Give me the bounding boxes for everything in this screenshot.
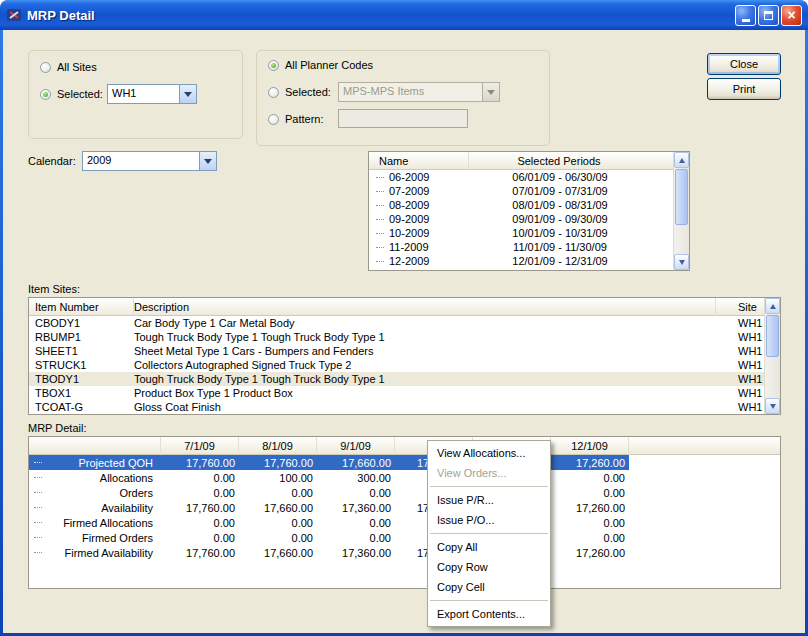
mrp-cell[interactable]: 0.00 xyxy=(239,517,317,529)
periods-scrollbar[interactable] xyxy=(673,152,689,270)
period-row[interactable]: 07-200907/01/09 - 07/31/09 xyxy=(369,184,673,198)
mrp-row-label: Orders xyxy=(47,487,161,499)
menu-item[interactable]: View Allocations... xyxy=(428,443,550,463)
calendar-combobox[interactable]: 2009 xyxy=(82,151,217,171)
period-row[interactable]: 10-200910/01/09 - 10/31/09 xyxy=(369,226,673,240)
mrp-cell[interactable]: 17,660.00 xyxy=(239,547,317,559)
item-number-cell: TBODY1 xyxy=(29,373,134,385)
item-site-row[interactable]: CBODY1Car Body Type 1 Car Metal BodyWH1 xyxy=(29,316,764,330)
menu-separator xyxy=(430,486,548,487)
menu-item[interactable]: Issue P/R... xyxy=(428,490,550,510)
site-header[interactable]: Site xyxy=(716,301,764,313)
menu-item[interactable]: Copy All xyxy=(428,537,550,557)
mrp-cell[interactable]: 17,660.00 xyxy=(239,502,317,514)
mrp-column-header[interactable]: 7/1/09 xyxy=(161,437,239,455)
mrp-cell[interactable]: 17,760.00 xyxy=(161,457,239,469)
mrp-row-label: Firmed Allocations xyxy=(47,517,161,529)
close-button[interactable]: Close xyxy=(707,53,781,75)
menu-item[interactable]: Export Contents... xyxy=(428,604,550,624)
scroll-down-button[interactable] xyxy=(674,254,689,270)
planner-combobox-value: MPS-MPS Items xyxy=(339,83,482,101)
mrp-cell[interactable]: 0.00 xyxy=(161,472,239,484)
menu-item[interactable]: Issue P/O... xyxy=(428,510,550,530)
combo-dropdown-button xyxy=(482,83,499,101)
mrp-cell[interactable]: 0.00 xyxy=(239,487,317,499)
period-row[interactable]: 12-200912/01/09 - 12/31/09 xyxy=(369,254,673,268)
mrp-cell[interactable]: 17,660.00 xyxy=(317,457,395,469)
mrp-cell[interactable]: 17,760.00 xyxy=(239,457,317,469)
mrp-cell[interactable]: 0.00 xyxy=(161,532,239,544)
description-header[interactable]: Description xyxy=(134,298,716,316)
all-sites-radio[interactable] xyxy=(40,62,51,73)
item-number-header[interactable]: Item Number xyxy=(29,298,134,316)
mrp-cell[interactable]: 0.00 xyxy=(317,517,395,529)
mrp-cell[interactable]: 0.00 xyxy=(317,487,395,499)
mrp-cell[interactable]: 300.00 xyxy=(317,472,395,484)
arrow-down-icon xyxy=(770,404,776,409)
tree-branch-icon xyxy=(34,537,42,538)
mrp-column-header[interactable]: 9/1/09 xyxy=(317,437,395,455)
mrp-row-label: Availability xyxy=(47,502,161,514)
menu-item[interactable]: Copy Cell xyxy=(428,577,550,597)
window-titlebar[interactable]: MRP Detail × xyxy=(0,0,808,30)
close-window-button[interactable]: × xyxy=(781,5,802,26)
period-row[interactable]: 08-200908/01/09 - 08/31/09 xyxy=(369,198,673,212)
period-row[interactable]: 09-200909/01/09 - 09/30/09 xyxy=(369,212,673,226)
mrp-cell[interactable]: 0.00 xyxy=(317,532,395,544)
mrp-cell[interactable]: 17,360.00 xyxy=(317,547,395,559)
mrp-column-header[interactable]: 8/1/09 xyxy=(239,437,317,455)
mrp-cell[interactable]: 100.00 xyxy=(239,472,317,484)
minimize-button[interactable] xyxy=(735,5,756,26)
description-cell: Tough Truck Body Type 1 Tough Truck Body… xyxy=(134,373,716,385)
print-button[interactable]: Print xyxy=(707,78,781,100)
pattern-input xyxy=(338,109,468,128)
mrp-cell[interactable]: 17,760.00 xyxy=(161,502,239,514)
item-sites-scrollbar[interactable] xyxy=(764,298,780,414)
item-site-row[interactable]: RBUMP1Tough Truck Body Type 1 Tough Truc… xyxy=(29,330,764,344)
planner-combobox: MPS-MPS Items xyxy=(338,82,500,102)
mrp-cell[interactable]: 17,260.00 xyxy=(551,547,629,559)
item-sites-rows: CBODY1Car Body Type 1 Car Metal BodyWH1R… xyxy=(29,316,764,414)
scrollbar-thumb[interactable] xyxy=(766,315,779,357)
arrow-down-icon xyxy=(679,260,685,265)
mrp-cell[interactable]: 0.00 xyxy=(551,532,629,544)
mrp-cell[interactable]: 0.00 xyxy=(161,487,239,499)
mrp-cell[interactable]: 0.00 xyxy=(161,517,239,529)
item-site-row[interactable]: STRUCK1Collectors Autographed Signed Tru… xyxy=(29,358,764,372)
period-row[interactable]: 06-200906/01/09 - 06/30/09 xyxy=(369,170,673,184)
maximize-button[interactable] xyxy=(758,5,779,26)
selected-planner-radio[interactable] xyxy=(268,87,279,98)
mrp-row-label: Firmed Orders xyxy=(47,532,161,544)
combo-dropdown-button[interactable] xyxy=(179,85,196,103)
scroll-down-button[interactable] xyxy=(765,398,780,414)
scroll-up-button[interactable] xyxy=(765,298,780,314)
mrp-cell[interactable]: 0.00 xyxy=(551,472,629,484)
all-planner-codes-radio[interactable] xyxy=(268,60,279,71)
menu-item[interactable]: Copy Row xyxy=(428,557,550,577)
scrollbar-thumb[interactable] xyxy=(675,169,688,225)
mrp-cell[interactable]: 17,260.00 xyxy=(551,502,629,514)
item-site-row[interactable]: TBODY1Tough Truck Body Type 1 Tough Truc… xyxy=(29,372,764,386)
item-site-row[interactable]: SHEET1Sheet Metal Type 1 Cars - Bumpers … xyxy=(29,344,764,358)
mrp-cell[interactable]: 0.00 xyxy=(551,487,629,499)
item-site-row[interactable]: TBOX1Product Box Type 1 Product BoxWH1 xyxy=(29,386,764,400)
mrp-column-header[interactable]: 12/1/09 xyxy=(551,437,629,455)
periods-range-header[interactable]: Selected Periods xyxy=(469,155,673,167)
tree-branch-icon xyxy=(376,205,384,206)
periods-name-header[interactable]: Name xyxy=(369,152,469,170)
mrp-cell[interactable]: 0.00 xyxy=(551,517,629,529)
period-row[interactable]: 11-200911/01/09 - 11/30/09 xyxy=(369,240,673,254)
mrp-cell[interactable]: 17,260.00 xyxy=(551,457,629,469)
mrp-cell[interactable]: 17,360.00 xyxy=(317,502,395,514)
selected-site-radio[interactable] xyxy=(40,89,51,100)
pattern-radio[interactable] xyxy=(268,114,279,125)
site-cell: WH1 xyxy=(716,345,764,357)
mrp-row-gutter xyxy=(29,537,47,538)
combo-dropdown-button[interactable] xyxy=(199,152,216,170)
site-combobox[interactable]: WH1 xyxy=(107,84,197,104)
scroll-up-button[interactable] xyxy=(674,152,689,168)
mrp-cell[interactable]: 17,760.00 xyxy=(161,547,239,559)
description-cell: Tough Truck Body Type 1 Tough Truck Body… xyxy=(134,331,716,343)
mrp-cell[interactable]: 0.00 xyxy=(239,532,317,544)
item-site-row[interactable]: TCOAT-GGloss Coat FinishWH1 xyxy=(29,400,764,414)
